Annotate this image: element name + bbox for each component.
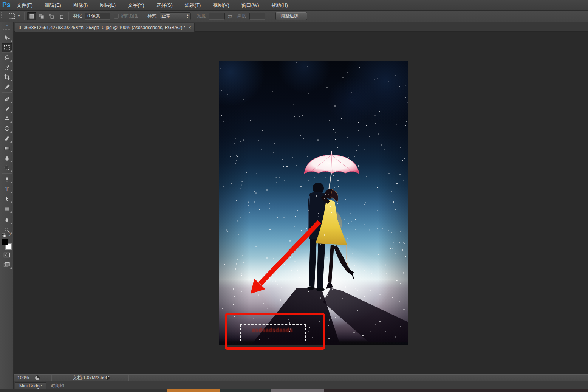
close-tab-icon[interactable]: ×	[189, 25, 191, 30]
antialias-checkbox[interactable]	[114, 14, 119, 19]
tool-flyout-corner	[10, 131, 12, 133]
tool-flyout-corner	[10, 211, 12, 213]
intersect-selection-icon	[58, 13, 64, 19]
menu-filter[interactable]: 滤镜(T)	[181, 0, 209, 11]
taskbar-sliver	[271, 389, 324, 392]
eyedropper-tool-button[interactable]	[2, 82, 12, 91]
zoom-level-field[interactable]: 100%	[17, 375, 34, 381]
crop-tool-button[interactable]	[2, 73, 12, 82]
taskbar-sliver-active	[167, 389, 220, 392]
new-selection-button[interactable]	[27, 12, 36, 20]
brush-tool-button[interactable]	[2, 104, 12, 113]
hand-tool-button[interactable]	[2, 215, 12, 225]
type-tool-button[interactable]: T	[2, 184, 12, 194]
toolbar-divider	[2, 92, 12, 93]
height-input[interactable]	[249, 13, 265, 20]
menu-window[interactable]: 窗口(W)	[238, 0, 268, 11]
width-input[interactable]	[209, 13, 225, 20]
pen-icon	[4, 176, 10, 183]
tab-mini-bridge[interactable]: Mini Bridge	[15, 382, 46, 389]
clone-stamp-tool-button[interactable]	[2, 114, 12, 123]
hand-icon	[4, 217, 10, 223]
tools-panel: »	[0, 22, 14, 389]
move-icon	[4, 35, 10, 41]
history-brush-icon	[4, 126, 10, 132]
tool-flyout-corner	[10, 170, 12, 172]
tool-flyout-corner	[10, 40, 12, 42]
photo-couple-illustration	[219, 61, 408, 345]
path-selection-tool-button[interactable]	[2, 194, 12, 203]
document-size-readout[interactable]: 文档:1.07M/2.50M	[55, 375, 127, 381]
add-to-selection-button[interactable]	[37, 12, 46, 20]
photoshop-logo: Ps	[0, 1, 13, 9]
menu-edit[interactable]: 编辑(E)	[41, 0, 70, 11]
pen-tool-button[interactable]	[2, 175, 12, 184]
style-value: 正常	[162, 13, 186, 19]
status-clock-icon[interactable]	[35, 375, 40, 380]
tool-options-bar: ▼ 羽化: 消除锯齿 样式: 正常 ▲▼ 宽度: ⇄ 高度: 调整边缘...	[0, 11, 588, 22]
quick-mask-button[interactable]	[2, 250, 12, 259]
history-brush-tool-button[interactable]	[2, 124, 12, 133]
tool-flyout-corner	[10, 192, 12, 193]
move-tool-button[interactable]	[2, 33, 12, 42]
spot-healing-brush-tool-button[interactable]	[2, 95, 12, 104]
document-tab[interactable]: u=3638812661,4278309225&fm=26&gp=0.jpg @…	[15, 23, 195, 32]
tool-flyout-corner	[10, 182, 12, 183]
canvas-area[interactable]: asdsadsdasds	[14, 32, 588, 374]
marquee-preset-icon	[8, 13, 16, 20]
default-colors-icon[interactable]	[2, 232, 6, 239]
refine-edge-button[interactable]: 调整边缘...	[275, 12, 307, 20]
rectangle-shape-tool-button[interactable]	[2, 204, 12, 213]
status-bar: 100% 文档:1.07M/2.50M	[14, 374, 588, 381]
screen-mode-icon	[3, 262, 10, 268]
foreground-color-swatch[interactable]	[2, 239, 8, 245]
stepper-arrows-icon: ▲▼	[186, 14, 189, 19]
tool-flyout-corner	[10, 121, 12, 123]
antialias-label: 消除锯齿	[121, 13, 139, 19]
selection-marquee[interactable]: asdsadsdasds	[240, 324, 306, 341]
bottom-panel-tabs: Mini Bridge 时间轴	[14, 381, 588, 389]
tool-flyout-corner	[10, 90, 12, 91]
gradient-tool-button[interactable]	[2, 144, 12, 153]
toolbar-divider	[2, 173, 12, 174]
collapse-panel-button[interactable]: »	[0, 23, 14, 28]
toolbar-divider	[2, 214, 12, 214]
lasso-tool-button[interactable]	[2, 53, 12, 62]
eyedropper-icon	[4, 84, 10, 90]
menu-file[interactable]: 文件(F)	[13, 0, 41, 11]
style-dropdown[interactable]: 正常 ▲▼	[160, 12, 191, 20]
tool-flyout-corner	[10, 223, 12, 224]
tab-timeline[interactable]: 时间轴	[47, 382, 68, 389]
subtract-from-selection-button[interactable]	[47, 12, 56, 20]
dodge-tool-button[interactable]	[2, 163, 12, 172]
new-selection-icon	[29, 13, 35, 19]
rectangular-marquee-tool-button[interactable]	[2, 43, 12, 52]
menu-type[interactable]: 文字(Y)	[124, 0, 152, 11]
menu-select[interactable]: 选择(S)	[152, 0, 181, 11]
eraser-tool-button[interactable]	[2, 134, 12, 143]
tool-flyout-corner	[10, 50, 12, 52]
crop-icon	[4, 74, 10, 81]
menu-layer[interactable]: 图层(L)	[96, 0, 124, 11]
subtract-selection-icon	[48, 13, 54, 19]
menu-view[interactable]: 视图(V)	[209, 0, 237, 11]
panel-grip[interactable]	[3, 29, 11, 31]
style-label: 样式:	[147, 13, 158, 19]
selection-text: asdsadsdasds	[252, 327, 293, 333]
quick-selection-tool-button[interactable]	[2, 63, 12, 72]
divider	[270, 12, 270, 20]
blur-tool-button[interactable]	[2, 153, 12, 163]
feather-input[interactable]	[85, 13, 110, 20]
menu-help[interactable]: 帮助(H)	[268, 0, 296, 11]
tool-flyout-corner	[10, 70, 12, 71]
swap-colors-icon[interactable]: ⤸	[8, 232, 11, 237]
menu-image[interactable]: 图像(I)	[70, 0, 96, 11]
screen-mode-button[interactable]	[2, 260, 12, 269]
tool-flyout-corner	[10, 102, 12, 103]
tool-preset-picker[interactable]: ▼	[7, 12, 22, 20]
intersect-selection-button[interactable]	[57, 12, 66, 20]
dodge-icon	[4, 165, 10, 171]
photo-document[interactable]	[219, 61, 408, 345]
status-flyout-arrow-icon[interactable]	[107, 376, 110, 380]
swap-dimensions-icon[interactable]: ⇄	[228, 13, 232, 19]
